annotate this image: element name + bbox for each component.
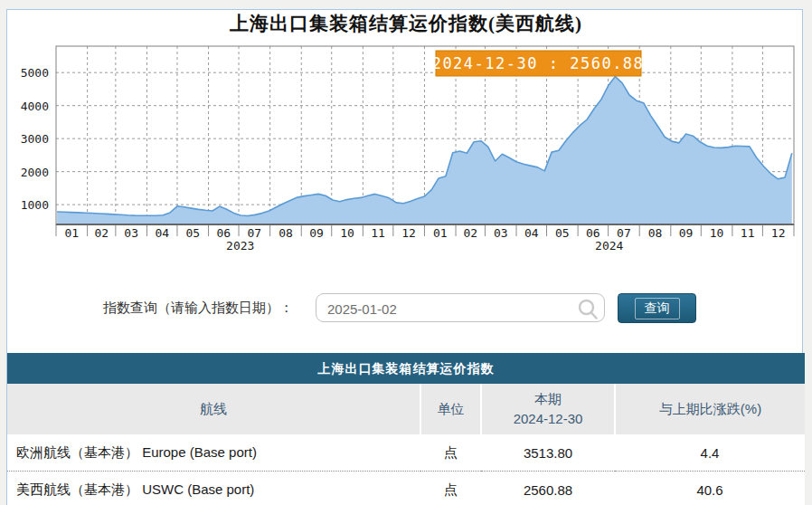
svg-text:12: 12 <box>401 226 416 240</box>
date-search-box[interactable] <box>316 293 605 322</box>
svg-text:03: 03 <box>124 226 138 240</box>
svg-text:2000: 2000 <box>21 166 49 179</box>
route-cell: 美西航线（基本港） USWC (Base port) <box>7 472 420 505</box>
table-row: 美西航线（基本港） USWC (Base port) 点 2560.88 40.… <box>7 472 805 505</box>
svg-text:01: 01 <box>433 226 448 240</box>
col-header-current: 本期 2024-12-30 <box>481 384 615 434</box>
col-header-current-label: 本期 <box>483 389 613 410</box>
svg-text:07: 07 <box>248 226 262 240</box>
change-cell: 4.4 <box>615 434 805 472</box>
svg-text:5000: 5000 <box>21 66 49 80</box>
svg-text:1000: 1000 <box>21 198 49 212</box>
svg-text:08: 08 <box>279 226 293 240</box>
table-header-row: 航线 单位 本期 2024-12-30 与上期比涨跌(%) <box>7 384 805 434</box>
svg-text:3000: 3000 <box>21 132 49 146</box>
table-row: 欧洲航线（基本港） Europe (Base port) 点 3513.80 4… <box>7 434 805 472</box>
svg-text:4000: 4000 <box>21 100 49 113</box>
query-label: 指数查询（请输入指数日期）： <box>103 300 293 317</box>
svg-text:09: 09 <box>679 226 694 240</box>
change-cell: 40.6 <box>615 472 805 505</box>
svg-text:02: 02 <box>94 226 109 240</box>
current-value-cell: 3513.80 <box>481 434 615 472</box>
route-cell: 欧洲航线（基本港） Europe (Base port) <box>7 434 420 472</box>
table-title: 上海出口集装箱结算运价指数 <box>7 353 805 384</box>
svg-text:04: 04 <box>155 226 169 240</box>
current-value-cell: 2560.88 <box>481 472 615 505</box>
svg-text:11: 11 <box>741 226 755 240</box>
svg-text:06: 06 <box>216 226 231 240</box>
svg-text:01: 01 <box>64 226 79 240</box>
svg-text:05: 05 <box>555 226 570 240</box>
col-header-current-date: 2024-12-30 <box>483 409 613 430</box>
col-header-route: 航线 <box>7 384 420 434</box>
index-query-row: 指数查询（请输入指数日期）： 查询 <box>0 292 812 325</box>
svg-text:07: 07 <box>617 226 631 240</box>
query-button[interactable]: 查询 <box>618 293 696 323</box>
svg-text:2023: 2023 <box>226 239 254 252</box>
svg-text:10: 10 <box>340 226 354 240</box>
svg-text:11: 11 <box>371 226 385 240</box>
query-button-label: 查询 <box>635 298 680 319</box>
unit-cell: 点 <box>420 472 481 505</box>
freight-index-chart[interactable]: 1000200030004000500001020304050607080910… <box>0 0 812 264</box>
unit-cell: 点 <box>420 434 481 472</box>
svg-text:12: 12 <box>771 226 786 240</box>
svg-text:10: 10 <box>710 226 724 240</box>
search-icon <box>577 298 599 319</box>
index-table: 上海出口集装箱结算运价指数 航线 单位 本期 2024-12-30 与上期比涨跌… <box>7 353 805 505</box>
svg-text:03: 03 <box>494 226 508 240</box>
svg-text:06: 06 <box>586 226 600 240</box>
svg-text:08: 08 <box>648 226 663 240</box>
svg-text:05: 05 <box>185 226 200 240</box>
date-input[interactable] <box>326 297 573 320</box>
svg-text:04: 04 <box>524 226 539 240</box>
col-header-unit: 单位 <box>420 384 481 434</box>
col-header-change: 与上期比涨跌(%) <box>615 384 805 434</box>
svg-text:2024-12-30 : 2560.88: 2024-12-30 : 2560.88 <box>432 54 645 72</box>
svg-text:02: 02 <box>463 226 477 240</box>
svg-text:09: 09 <box>309 226 324 240</box>
svg-text:2024: 2024 <box>595 239 623 252</box>
